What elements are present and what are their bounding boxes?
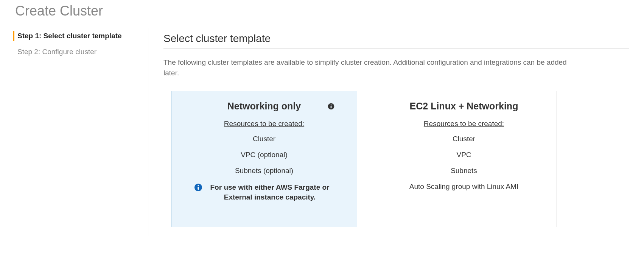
resource-item: Cluster — [380, 135, 548, 143]
section-description: The following cluster templates are avai… — [163, 57, 580, 78]
main-content: Select cluster template The following cl… — [148, 28, 644, 236]
template-card-row: Networking only Resources to be created:… — [163, 91, 629, 227]
template-card-title: EC2 Linux + Networking — [380, 100, 548, 112]
resources-label: Resources to be created: — [180, 120, 348, 128]
resource-item: Subnets (optional) — [180, 167, 348, 175]
resources-label: Resources to be created: — [380, 120, 548, 128]
wizard-step-1[interactable]: Step 1: Select cluster template — [13, 28, 144, 44]
resource-item: Auto Scaling group with Linux AMI — [380, 182, 548, 191]
wizard-steps-sidebar: Step 1: Select cluster template Step 2: … — [0, 28, 148, 236]
wizard-step-label: Step 1: Select cluster template — [17, 32, 122, 40]
template-card-title: Networking only — [180, 100, 348, 112]
page-title: Create Cluster — [0, 0, 644, 28]
info-icon — [194, 183, 202, 192]
template-card-networking-only[interactable]: Networking only Resources to be created:… — [171, 91, 357, 227]
svg-point-1 — [331, 104, 332, 106]
template-card-ec2-linux-networking[interactable]: EC2 Linux + Networking Resources to be c… — [371, 91, 557, 227]
wizard-step-2[interactable]: Step 2: Configure cluster — [13, 44, 144, 60]
section-title: Select cluster template — [163, 33, 629, 45]
section-divider — [163, 48, 629, 49]
svg-rect-5 — [198, 187, 199, 190]
svg-point-4 — [198, 185, 199, 186]
resource-item: VPC — [380, 151, 548, 159]
svg-rect-2 — [331, 106, 332, 109]
resource-item: Cluster — [180, 135, 348, 143]
template-note-text: For use with either AWS Fargate or Exter… — [205, 182, 334, 202]
info-icon[interactable] — [327, 103, 335, 110]
wizard-step-label: Step 2: Configure cluster — [17, 48, 96, 56]
resource-item: VPC (optional) — [180, 151, 348, 159]
resource-item: Subnets — [380, 167, 548, 175]
template-note: For use with either AWS Fargate or Exter… — [180, 182, 348, 202]
